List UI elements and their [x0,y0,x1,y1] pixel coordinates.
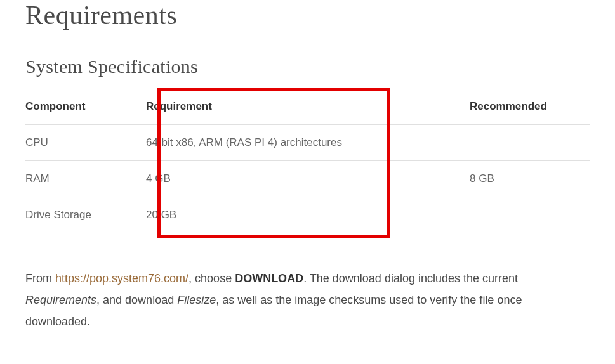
table-row: RAM 4 GB 8 GB [25,161,590,197]
cell-requirement: 64-bit x86, ARM (RAS PI 4) architectures [146,125,470,161]
table-row: Drive Storage 20 GB [25,197,590,233]
cell-component: CPU [25,125,146,161]
para-em: Filesize [177,294,216,306]
para-text: . The download dialog includes the curre… [303,272,518,285]
cell-recommended: 8 GB [470,161,590,197]
th-recommended: Recommended [470,89,590,125]
cell-requirement: 4 GB [146,161,470,197]
description-paragraph: From https://pop.system76.com/, choose D… [25,268,590,333]
specs-table: Component Requirement Recommended CPU 64… [25,89,590,233]
cell-recommended [470,197,590,233]
cell-component: Drive Storage [25,197,146,233]
para-bold: DOWNLOAD [235,272,303,285]
cell-component: RAM [25,161,146,197]
para-text: From [25,272,55,285]
para-em: Requirements [25,294,96,306]
download-link[interactable]: https://pop.system76.com/ [55,272,188,285]
cell-recommended [470,125,590,161]
th-requirement: Requirement [146,89,470,125]
table-row: CPU 64-bit x86, ARM (RAS PI 4) architect… [25,125,590,161]
section-heading: System Specifications [25,56,590,77]
specs-table-wrapper: Component Requirement Recommended CPU 64… [25,89,590,233]
th-component: Component [25,89,146,125]
page-title: Requirements [25,0,590,30]
para-text: , choose [188,272,235,285]
para-text: , and download [96,294,177,306]
cell-requirement: 20 GB [146,197,470,233]
